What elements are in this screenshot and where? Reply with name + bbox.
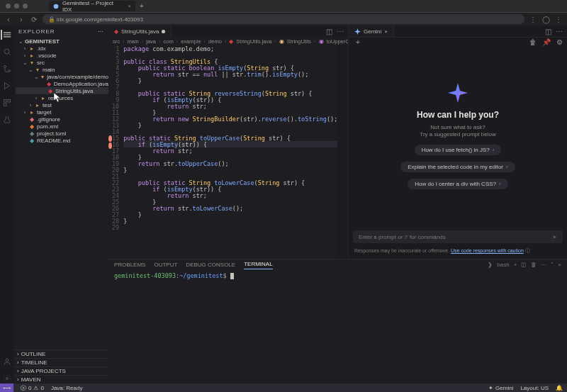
tree-file-gitignore[interactable]: ◆.gitignore xyxy=(16,116,108,123)
sidebar-title: EXPLORER xyxy=(18,28,55,35)
close-dot[interactable] xyxy=(6,4,11,9)
extensions-icon[interactable] xyxy=(2,98,12,108)
breadcrumb[interactable]: src› main› java› com› example› demo› ◆ S… xyxy=(108,37,348,45)
split-editor-icon[interactable]: ◫ xyxy=(326,28,332,35)
split-terminal-icon[interactable]: ◫ xyxy=(521,262,527,268)
status-layout[interactable]: Layout: US xyxy=(520,385,549,391)
close-tab-icon[interactable]: × xyxy=(128,3,131,9)
chevron-up-icon[interactable]: ˄ xyxy=(551,262,554,268)
terminal-cursor xyxy=(230,273,234,279)
editor: ◆ StringUtils.java ◫ ⋯ src› main› java› xyxy=(108,26,348,259)
idx-favicon xyxy=(53,4,59,9)
tree-folder-pkg[interactable]: ⌄▾java/com/example/demo xyxy=(16,73,108,80)
close-icon[interactable]: × xyxy=(558,262,561,268)
trash-icon[interactable]: 🗑 xyxy=(531,262,537,268)
profile-icon[interactable]: ◯ xyxy=(541,15,550,23)
reload-button[interactable]: ⟳ xyxy=(30,15,38,23)
suggestion-pill-center[interactable]: How do I center a div with CSS?› xyxy=(408,179,507,189)
shell-icon: ❯ xyxy=(488,262,493,268)
forward-button[interactable]: › xyxy=(17,15,26,23)
sidebar-more-icon[interactable]: ⋯ xyxy=(98,28,104,35)
suggestion-pill-explain[interactable]: Explain the selected code in my editor› xyxy=(400,162,515,172)
expand-icon[interactable]: ◫ xyxy=(545,28,551,35)
code-area[interactable]: 1234567891011121314151617181920212223242… xyxy=(108,45,348,259)
tree-file-toml[interactable]: ◆project.toml xyxy=(16,130,108,137)
editor-tab-stringutils[interactable]: ◆ StringUtils.java xyxy=(108,26,172,37)
new-chat-icon[interactable]: + xyxy=(356,38,360,46)
java-icon: ◆ xyxy=(114,28,118,35)
suggestion-pill-fetch[interactable]: How do I use fetch() in JS?› xyxy=(415,145,502,155)
status-bell-icon[interactable]: 🔔 xyxy=(556,385,563,391)
search-icon[interactable] xyxy=(2,47,12,57)
settings-icon[interactable]: ⚙ xyxy=(556,38,563,46)
min-dot[interactable] xyxy=(14,4,19,9)
tab-terminal[interactable]: TERMINAL xyxy=(244,259,272,269)
gemini-input[interactable]: Enter a prompt or '/' for commands ➤ xyxy=(353,230,563,243)
menu-icon[interactable]: ⋮ xyxy=(554,15,563,23)
tree-project[interactable]: ⌄GEMINITEST xyxy=(16,38,108,45)
send-icon[interactable]: ➤ xyxy=(552,234,557,240)
close-icon[interactable]: × xyxy=(384,28,388,35)
tree-folder-test[interactable]: ›▸test xyxy=(16,101,108,108)
svg-point-8 xyxy=(6,378,9,380)
max-dot[interactable] xyxy=(23,4,28,9)
more-icon[interactable]: ⋯ xyxy=(541,262,546,268)
browser-tab[interactable]: Geminitest – Project IDX × xyxy=(49,1,135,11)
section-timeline[interactable]: ›TIMELINE xyxy=(14,358,108,366)
tree-file-readme[interactable]: ◆README.md xyxy=(16,137,108,144)
tab-problems[interactable]: PROBLEMS xyxy=(114,260,145,269)
svg-point-7 xyxy=(6,359,9,362)
tree-folder-src[interactable]: ⌄▾src xyxy=(16,59,108,66)
folder-icon: ▸ xyxy=(40,95,46,101)
caution-link[interactable]: Use code responses with caution xyxy=(451,248,524,253)
svg-rect-5 xyxy=(8,100,11,103)
settings-icon[interactable] xyxy=(2,374,12,383)
folder-icon: ▸ xyxy=(35,102,40,108)
tree-file-demoapp[interactable]: ◆DemoApplication.java xyxy=(16,80,108,87)
tree-folder-vscode[interactable]: ›▸.vscode xyxy=(16,52,108,59)
tree-folder-target[interactable]: ›▸target xyxy=(16,108,108,116)
svg-point-0 xyxy=(54,4,59,9)
minimap[interactable] xyxy=(337,45,348,259)
back-button[interactable]: ‹ xyxy=(4,15,13,23)
new-terminal-icon[interactable]: + xyxy=(514,262,517,268)
pin-icon[interactable]: 📌 xyxy=(542,38,551,46)
gemini-panel: Gemini × ◫ ⋯ + 🗑 📌 ⚙ xyxy=(348,26,567,259)
status-java[interactable]: Java: Ready xyxy=(51,385,82,391)
accounts-icon[interactable] xyxy=(2,357,12,366)
gemini-tab[interactable]: Gemini × xyxy=(349,26,394,37)
run-debug-icon[interactable] xyxy=(2,81,12,91)
extensions-icon[interactable]: ⋮ xyxy=(529,15,537,23)
section-maven[interactable]: ›MAVEN xyxy=(14,375,108,383)
modified-indicator xyxy=(162,30,165,33)
address-text: idx.google.com/geminitext-403093 xyxy=(57,16,143,23)
shell-label: bash xyxy=(497,262,509,268)
file-tree: ⌄GEMINITEST ›▸.idx ›▸.vscode ⌄▾src ⌄▾mai… xyxy=(14,38,108,349)
tree-file-stringutils[interactable]: ◆StringUtils.java xyxy=(16,87,108,94)
tree-folder-resources[interactable]: ›▸resources xyxy=(16,94,108,101)
more-icon[interactable]: ⋯ xyxy=(556,28,563,35)
status-remote[interactable]: ⟷ xyxy=(0,383,13,392)
trash-icon[interactable]: 🗑 xyxy=(529,38,537,46)
new-tab-button[interactable]: + xyxy=(140,2,144,10)
java-icon: ◆ xyxy=(47,81,52,86)
test-icon[interactable] xyxy=(2,115,12,125)
section-javaprojects[interactable]: ›JAVA PROJECTS xyxy=(14,366,108,375)
tab-debug[interactable]: DEBUG CONSOLE xyxy=(186,260,235,269)
tab-output[interactable]: OUTPUT xyxy=(154,260,177,269)
folder-icon: ▾ xyxy=(29,60,35,65)
terminal[interactable]: geminitest-403093:~/geminitest$ xyxy=(108,269,567,383)
status-gemini[interactable]: ✦ Gemini xyxy=(488,385,513,391)
source-control-icon[interactable] xyxy=(2,64,12,74)
tree-folder-main[interactable]: ⌄▾main xyxy=(16,66,108,73)
activity-bar xyxy=(0,26,14,383)
status-errors[interactable]: ⓧ 0 ⚠ 0 xyxy=(21,384,44,392)
tree-file-pom[interactable]: ◆pom.xml xyxy=(16,123,108,130)
more-icon[interactable]: ⋯ xyxy=(337,28,344,35)
status-bar: ⟷ ⓧ 0 ⚠ 0 Java: Ready ✦ Gemini Layout: U… xyxy=(0,383,567,392)
tree-folder-idx[interactable]: ›▸.idx xyxy=(16,45,108,52)
section-outline[interactable]: ›OUTLINE xyxy=(14,349,108,358)
explorer-icon[interactable] xyxy=(1,30,12,40)
address-bar[interactable]: 🔒 idx.google.com/geminitext-403093 xyxy=(43,14,524,24)
svg-point-1 xyxy=(4,49,9,54)
